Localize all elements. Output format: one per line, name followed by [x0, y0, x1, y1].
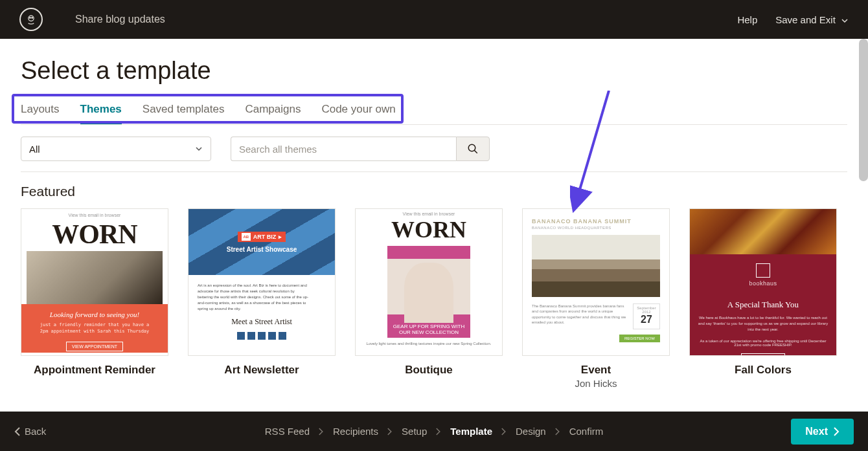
card-label: Appointment Reminder: [34, 364, 155, 377]
chevron-right-icon: [501, 428, 507, 435]
filter-category-select[interactable]: All: [21, 137, 211, 161]
topbar: Share blog updates Help Save and Exit: [0, 0, 868, 39]
chevron-right-icon: [319, 428, 324, 435]
card-label: Boutique: [405, 364, 453, 377]
next-button[interactable]: Next: [791, 419, 854, 445]
template-card-fall-colors[interactable]: bookhaus A Special Thank You We here at …: [689, 208, 837, 389]
chevron-right-icon: [833, 427, 839, 436]
tab-saved-templates[interactable]: Saved templates: [143, 103, 225, 124]
footer: Back RSS Feed Recipients Setup Template …: [0, 412, 868, 451]
main-content: Select a template Layouts Themes Saved t…: [0, 39, 868, 412]
step-design[interactable]: Design: [516, 426, 546, 437]
step-setup[interactable]: Setup: [402, 426, 427, 437]
section-title: Featured: [21, 184, 847, 199]
template-card-event[interactable]: BANANACO BANANA SUMMIT BANANACO WORLD HE…: [522, 208, 670, 389]
chevron-left-icon: [14, 427, 21, 436]
svg-line-4: [474, 150, 477, 153]
step-recipients[interactable]: Recipients: [333, 426, 378, 437]
help-link[interactable]: Help: [737, 14, 757, 25]
svg-point-2: [32, 17, 33, 19]
svg-point-0: [29, 16, 34, 21]
svg-point-3: [468, 144, 475, 151]
search-wrapper: [231, 137, 490, 161]
template-cards: View this email in browser WORN Looking …: [21, 208, 847, 389]
tab-code-your-own[interactable]: Code your own: [321, 103, 395, 124]
card-label: Event: [581, 364, 611, 377]
card-label: Art Newsletter: [224, 364, 299, 377]
search-icon: [467, 143, 479, 155]
chevron-right-icon: [436, 428, 441, 435]
card-label: Fall Colors: [735, 364, 792, 377]
svg-point-1: [30, 17, 31, 19]
tab-campaigns[interactable]: Campaigns: [245, 103, 301, 124]
logo[interactable]: [19, 8, 43, 31]
step-confirm[interactable]: Confirm: [569, 426, 604, 437]
step-rss-feed[interactable]: RSS Feed: [265, 426, 310, 437]
step-template[interactable]: Template: [450, 426, 492, 437]
back-button[interactable]: Back: [14, 426, 46, 437]
tabs: Layouts Themes Saved templates Campaigns…: [21, 103, 847, 125]
wizard-steps: RSS Feed Recipients Setup Template Desig…: [265, 426, 603, 437]
scrollbar[interactable]: [859, 39, 868, 181]
chevron-right-icon: [555, 428, 560, 435]
campaign-title: Share blog updates: [75, 14, 165, 25]
template-card-boutique[interactable]: View this email in browser WORN PROJEKTP…: [355, 208, 503, 389]
search-input[interactable]: [231, 137, 456, 161]
chevron-down-icon: [195, 145, 203, 153]
save-exit-button[interactable]: Save and Exit: [775, 14, 849, 25]
template-card-appointment-reminder[interactable]: View this email in browser WORN Looking …: [21, 208, 168, 389]
page-title: Select a template: [21, 57, 847, 85]
card-author: Jon Hicks: [575, 378, 617, 389]
book-icon: [756, 263, 770, 278]
search-button[interactable]: [456, 137, 490, 161]
tab-themes[interactable]: Themes: [80, 103, 122, 124]
tab-layouts[interactable]: Layouts: [21, 103, 60, 124]
template-card-art-newsletter[interactable]: ABART BIZ▸ Street Artist Showcase Art is…: [188, 208, 336, 389]
chevron-right-icon: [387, 428, 393, 435]
